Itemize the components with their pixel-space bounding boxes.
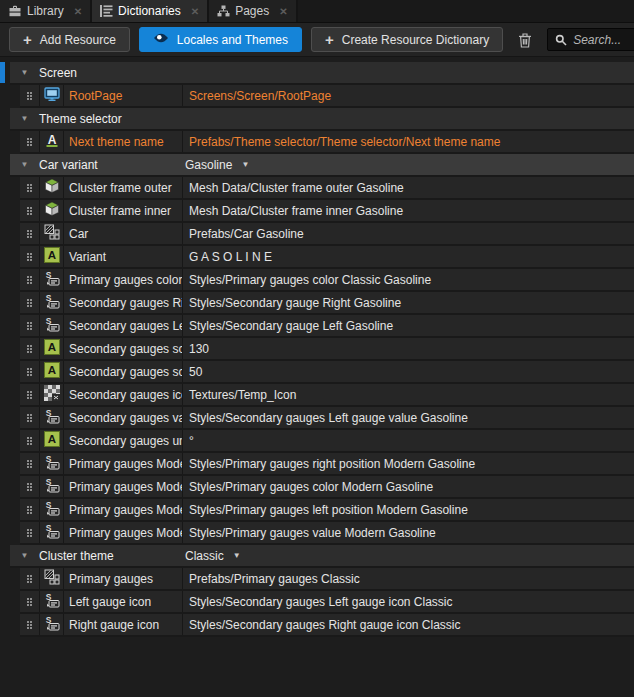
drag-handle[interactable]: [20, 269, 39, 290]
resource-value[interactable]: 50: [183, 361, 634, 382]
resource-name: Secondary gauges un: [64, 430, 182, 451]
drag-handle[interactable]: [20, 177, 39, 198]
resource-value[interactable]: Styles/Secondary gauge Right Gasoline: [183, 292, 634, 313]
resource-list: ▼Screen RootPage Screens/Screen/RootPage…: [0, 57, 634, 637]
svg-text:A: A: [47, 249, 55, 261]
table-row[interactable]: A Secondary gauges sca 50: [20, 361, 634, 384]
resource-value[interactable]: Prefabs/Car Gasoline: [183, 223, 634, 244]
collapse-triangle-icon[interactable]: ▼: [10, 114, 39, 123]
table-row[interactable]: Secondary gauges ico Textures/Temp_Icon: [20, 384, 634, 407]
table-row[interactable]: RootPage Screens/Screen/RootPage: [20, 85, 634, 108]
theme-dropdown-value: Classic: [185, 549, 224, 563]
drag-handle[interactable]: [20, 568, 39, 589]
drag-handle[interactable]: [20, 246, 39, 267]
theme-dropdown[interactable]: Gasoline▼: [185, 158, 249, 172]
theme-dropdown-value: Gasoline: [185, 158, 232, 172]
resource-value[interactable]: Styles/Secondary gauges Left gauge icon …: [183, 591, 634, 612]
string-icon: A: [44, 247, 60, 266]
create-resource-dictionary-button[interactable]: + Create Resource Dictionary: [311, 27, 503, 52]
section-header-screen[interactable]: ▼Screen: [10, 62, 634, 85]
table-row[interactable]: S Primary gauges Mode Styles/Primary gau…: [20, 476, 634, 499]
drag-handle[interactable]: [20, 315, 39, 336]
resource-value[interactable]: Styles/Secondary gauges Left gauge value…: [183, 407, 634, 428]
create-resource-dictionary-label: Create Resource Dictionary: [342, 33, 489, 47]
resource-value[interactable]: Prefabs/Primary gauges Classic: [183, 568, 634, 589]
table-row[interactable]: Cluster frame inner Mesh Data/Cluster fr…: [20, 200, 634, 223]
drag-handle[interactable]: [20, 292, 39, 313]
drag-handle[interactable]: [20, 453, 39, 474]
resource-value[interactable]: Styles/Primary gauges value Modern Gasol…: [183, 522, 634, 543]
drag-handle[interactable]: [20, 499, 39, 520]
style-icon: S: [44, 523, 60, 542]
resource-value[interactable]: °: [183, 430, 634, 451]
drag-handle[interactable]: [20, 591, 39, 612]
section-header-theme-selector[interactable]: ▼Theme selector: [10, 108, 634, 131]
text-underline-icon: A: [44, 132, 60, 151]
collapse-triangle-icon[interactable]: ▼: [10, 68, 39, 77]
collapse-triangle-icon[interactable]: ▼: [10, 551, 39, 560]
collapse-triangle-icon[interactable]: ▼: [10, 160, 39, 169]
table-row[interactable]: Primary gauges Prefabs/Primary gauges Cl…: [20, 568, 634, 591]
table-row[interactable]: Car Prefabs/Car Gasoline: [20, 223, 634, 246]
screen-icon: [44, 86, 60, 105]
table-row[interactable]: S Secondary gauges val Styles/Secondary …: [20, 407, 634, 430]
resource-value[interactable]: Screens/Screen/RootPage: [183, 85, 634, 106]
resource-value[interactable]: Textures/Temp_Icon: [183, 384, 634, 405]
resource-value[interactable]: Styles/Primary gauges color Modern Gasol…: [183, 476, 634, 497]
table-row[interactable]: S Primary gauges Mode Styles/Primary gau…: [20, 522, 634, 545]
section-header-cluster-theme[interactable]: ▼Cluster themeClassic▼: [10, 545, 634, 568]
trash-icon[interactable]: [514, 30, 536, 50]
resource-value[interactable]: Prefabs/Theme selector/Theme selector/Ne…: [183, 131, 634, 152]
table-row[interactable]: A Secondary gauges un °: [20, 430, 634, 453]
locales-and-themes-button[interactable]: Locales and Themes: [139, 27, 302, 52]
section-header-car-variant[interactable]: ▼Car variantGasoline▼: [10, 154, 634, 177]
style-icon: S: [44, 477, 60, 496]
drag-handle[interactable]: [20, 430, 39, 451]
table-row[interactable]: S Left gauge icon Styles/Secondary gauge…: [20, 591, 634, 614]
table-row[interactable]: A Next theme name Prefabs/Theme selector…: [20, 131, 634, 154]
table-row[interactable]: S Secondary gauges Lef Styles/Secondary …: [20, 315, 634, 338]
close-tab-icon[interactable]: ✕: [191, 6, 199, 17]
tab-library[interactable]: Library✕: [0, 0, 92, 22]
close-tab-icon[interactable]: ✕: [279, 6, 287, 17]
table-row[interactable]: S Primary gauges Mode Styles/Primary gau…: [20, 499, 634, 522]
drag-handle[interactable]: [20, 85, 39, 106]
resource-name: Secondary gauges val: [64, 407, 182, 428]
tab-bar: Library✕Dictionaries✕Pages✕: [0, 0, 634, 23]
resource-value[interactable]: Styles/Secondary gauges Right gauge icon…: [183, 614, 634, 635]
resource-value[interactable]: G A S O L I N E: [183, 246, 634, 267]
resource-value[interactable]: Styles/Secondary gauge Left Gasoline: [183, 315, 634, 336]
close-tab-icon[interactable]: ✕: [74, 6, 82, 17]
table-row[interactable]: A Secondary gauges sca 130: [20, 338, 634, 361]
table-row[interactable]: Cluster frame outer Mesh Data/Cluster fr…: [20, 177, 634, 200]
string-icon: A: [44, 362, 60, 381]
search-input[interactable]: [573, 33, 634, 47]
drag-handle[interactable]: [20, 200, 39, 221]
theme-dropdown[interactable]: Classic▼: [185, 549, 241, 563]
style-icon: S: [44, 408, 60, 427]
table-row[interactable]: S Secondary gauges Rig Styles/Secondary …: [20, 292, 634, 315]
resource-value[interactable]: Styles/Primary gauges right position Mod…: [183, 453, 634, 474]
resource-value[interactable]: Mesh Data/Cluster frame outer Gasoline: [183, 177, 634, 198]
drag-handle[interactable]: [20, 223, 39, 244]
drag-handle[interactable]: [20, 522, 39, 543]
resource-value[interactable]: Styles/Primary gauges left position Mode…: [183, 499, 634, 520]
table-row[interactable]: S Right gauge icon Styles/Secondary gaug…: [20, 614, 634, 637]
table-row[interactable]: A Variant G A S O L I N E: [20, 246, 634, 269]
drag-handle[interactable]: [20, 384, 39, 405]
resource-value[interactable]: 130: [183, 338, 634, 359]
resource-value[interactable]: Mesh Data/Cluster frame inner Gasoline: [183, 200, 634, 221]
drag-handle[interactable]: [20, 361, 39, 382]
tab-dictionaries[interactable]: Dictionaries✕: [92, 0, 209, 22]
drag-handle[interactable]: [20, 407, 39, 428]
drag-handle[interactable]: [20, 338, 39, 359]
table-row[interactable]: S Primary gauges Mode Styles/Primary gau…: [20, 453, 634, 476]
drag-handle[interactable]: [20, 476, 39, 497]
resource-value[interactable]: Styles/Primary gauges color Classic Gaso…: [183, 269, 634, 290]
table-row[interactable]: S Primary gauges color Styles/Primary ga…: [20, 269, 634, 292]
resource-name: Cluster frame outer: [64, 177, 182, 198]
drag-handle[interactable]: [20, 131, 39, 152]
add-resource-button[interactable]: + Add Resource: [9, 27, 130, 52]
drag-handle[interactable]: [20, 614, 39, 635]
tab-pages[interactable]: Pages✕: [209, 0, 297, 22]
